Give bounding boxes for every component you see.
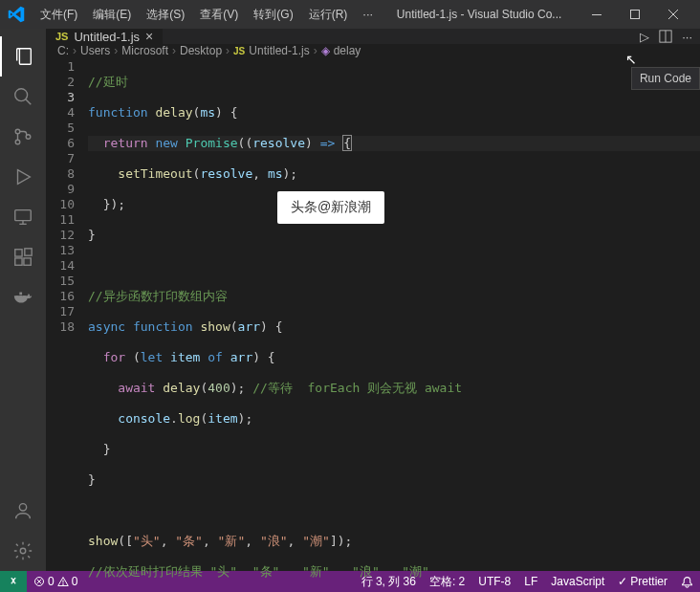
breadcrumb-c[interactable]: C: — [57, 44, 69, 57]
search-icon[interactable] — [0, 77, 46, 117]
breadcrumb-microsoft[interactable]: Microsoft — [121, 44, 168, 57]
svg-rect-12 — [15, 250, 22, 256]
run-debug-icon[interactable] — [0, 157, 46, 197]
svg-rect-0 — [592, 14, 602, 15]
settings-gear-icon[interactable] — [0, 531, 46, 571]
docker-icon[interactable] — [0, 277, 46, 318]
svg-rect-14 — [24, 258, 31, 265]
line-numbers: 1 2 3 4 5 6 7 8 9 10 11 12 13 14 15 16 1… — [46, 57, 88, 592]
vscode-logo-icon — [8, 6, 25, 23]
accounts-icon[interactable] — [0, 491, 46, 531]
menu-selection[interactable]: 选择(S) — [139, 3, 192, 27]
menu-run[interactable]: 运行(R) — [301, 3, 356, 27]
remote-indicator[interactable] — [0, 571, 27, 592]
activity-bar — [0, 29, 46, 571]
menu-view[interactable]: 查看(V) — [192, 3, 246, 27]
run-code-button[interactable]: ▷ — [640, 30, 649, 44]
explorer-icon[interactable] — [0, 36, 46, 77]
svg-rect-15 — [25, 249, 32, 255]
code-content[interactable]: //延时 function delay(ms) { return new Pro… — [88, 57, 700, 592]
breadcrumb-symbol[interactable]: ◈delay — [321, 44, 361, 57]
breadcrumb-file[interactable]: JSUntitled-1.js — [233, 44, 310, 57]
source-control-icon[interactable] — [0, 117, 46, 157]
extensions-icon[interactable] — [0, 237, 46, 277]
close-button[interactable] — [654, 0, 692, 29]
tab-close-icon[interactable]: × — [145, 29, 153, 44]
editor-more-icon[interactable]: ··· — [682, 30, 692, 44]
svg-rect-13 — [15, 258, 22, 265]
breadcrumbs[interactable]: C:› Users› Microsoft› Desktop› JSUntitle… — [46, 44, 700, 57]
svg-line-5 — [26, 99, 32, 105]
svg-point-4 — [15, 89, 28, 101]
js-file-icon: JS — [55, 31, 68, 42]
menu-edit[interactable]: 编辑(E) — [85, 3, 139, 27]
svg-point-8 — [26, 135, 31, 140]
breadcrumb-desktop[interactable]: Desktop — [180, 44, 222, 57]
run-code-tooltip: Run Code — [631, 67, 700, 90]
svg-rect-19 — [19, 293, 22, 296]
tab-bar: JS Untitled-1.js × ▷ ··· — [46, 29, 700, 44]
watermark-overlay: 头条@新浪潮 — [277, 191, 384, 224]
split-editor-icon[interactable] — [659, 30, 672, 43]
window-title: Untitled-1.js - Visual Studio Co... — [381, 8, 578, 21]
menu-more[interactable]: ··· — [355, 3, 381, 27]
svg-point-21 — [20, 548, 26, 554]
editor-area: JS Untitled-1.js × ▷ ··· C:› Users› Micr… — [46, 29, 700, 571]
svg-rect-9 — [15, 210, 32, 221]
code-editor[interactable]: 1 2 3 4 5 6 7 8 9 10 11 12 13 14 15 16 1… — [46, 57, 700, 592]
tab-untitled-1[interactable]: JS Untitled-1.js × — [46, 29, 164, 44]
title-bar: 文件(F) 编辑(E) 选择(S) 查看(V) 转到(G) 运行(R) ··· … — [0, 0, 700, 29]
svg-rect-1 — [631, 11, 640, 19]
svg-point-7 — [15, 140, 20, 144]
minimize-button[interactable] — [578, 0, 616, 29]
menu-go[interactable]: 转到(G) — [246, 3, 300, 27]
menu-bar: 文件(F) 编辑(E) 选择(S) 查看(V) 转到(G) 运行(R) ··· — [33, 3, 381, 27]
svg-point-6 — [15, 129, 20, 134]
menu-file[interactable]: 文件(F) — [33, 3, 85, 27]
svg-point-20 — [19, 504, 26, 511]
breadcrumb-users[interactable]: Users — [80, 44, 110, 57]
maximize-button[interactable] — [616, 0, 654, 29]
remote-explorer-icon[interactable] — [0, 197, 46, 237]
tab-label: Untitled-1.js — [74, 30, 140, 44]
